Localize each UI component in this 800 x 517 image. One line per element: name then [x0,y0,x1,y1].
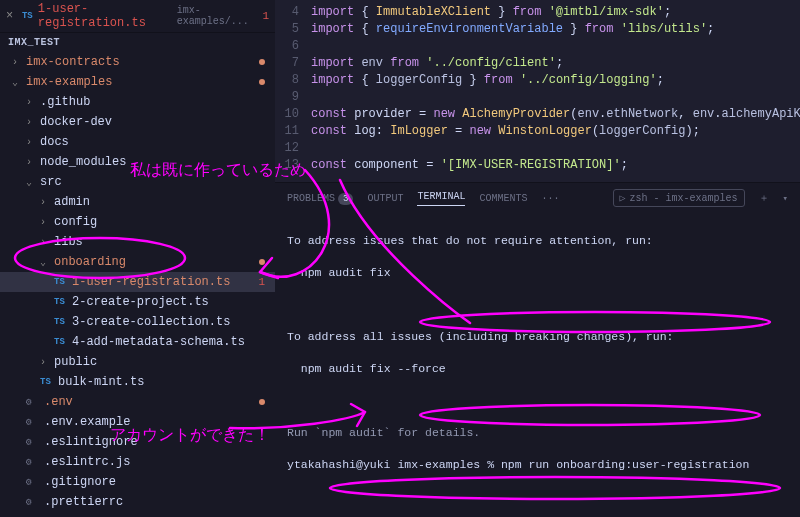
open-editor-filename: 1-user-registration.ts [38,2,173,30]
file-icon: ⚙ [26,456,40,468]
folder-public[interactable]: ›public [0,352,275,372]
ts-file-icon: TS [54,337,68,347]
file-2-create-project-ts[interactable]: TS2-create-project.ts [0,292,275,312]
file-bulk-mint-ts[interactable]: TSbulk-mint.ts [0,372,275,392]
chevron-icon: › [40,217,50,228]
tab-terminal[interactable]: TERMINAL [417,191,465,206]
modified-dot [259,59,265,65]
line-number: 13 [275,157,311,174]
code-line[interactable]: 6 [275,38,800,55]
code-line[interactable]: 5import { requireEnvironmentVariable } f… [275,21,800,38]
chevron-icon: › [40,197,50,208]
code-line[interactable]: 11const log: ImLogger = new WinstonLogge… [275,123,800,140]
code-line[interactable]: 12 [275,140,800,157]
problems-count-badge: 3 [338,193,353,205]
line-number: 9 [275,89,311,106]
folder-config[interactable]: ›config [0,212,275,232]
code-line[interactable]: 10const provider = new AlchemyProvider(e… [275,106,800,123]
line-number: 6 [275,38,311,55]
open-editors-section: × TS 1-user-registration.ts imx-examples… [0,0,275,33]
sidebar: × TS 1-user-registration.ts imx-examples… [0,0,275,517]
modified-dot [259,79,265,85]
modified-dot [259,399,265,405]
chevron-icon: ⌄ [40,256,50,268]
line-number: 5 [275,21,311,38]
folder-imx-contracts[interactable]: ›imx-contracts [0,52,275,72]
chevron-icon: › [40,357,50,368]
folder--github[interactable]: ›.github [0,92,275,112]
file--eslintrc-js[interactable]: ⚙.eslintrc.js [0,452,275,472]
ts-file-icon: TS [54,277,68,287]
open-editor-item[interactable]: × TS 1-user-registration.ts imx-examples… [0,0,275,32]
more-icon[interactable]: ··· [541,193,559,204]
file-icon: ⚙ [26,496,40,508]
line-number: 7 [275,55,311,72]
tab-comments[interactable]: COMMENTS [479,193,527,204]
chevron-icon: › [26,157,36,168]
code-editor[interactable]: 4import { ImmutableXClient } from '@imtb… [275,0,800,182]
chevron-icon: › [40,237,50,248]
ts-file-icon: TS [54,317,68,327]
close-icon[interactable]: × [6,9,18,23]
ts-file-icon: TS [22,11,34,21]
file-3-create-collection-ts[interactable]: TS3-create-collection.ts [0,312,275,332]
folder-imx-examples[interactable]: ⌄imx-examples [0,72,275,92]
chevron-icon: ⌄ [12,76,22,88]
file-1-user-registration-ts[interactable]: TS1-user-registration.ts1 [0,272,275,292]
file--eslintignore[interactable]: ⚙.eslintignore [0,432,275,452]
chevron-icon: › [26,117,36,128]
terminal-output[interactable]: To address issues that do not require at… [275,213,800,517]
error-count: 1 [258,276,271,288]
code-line[interactable]: 13const component = '[IMX-USER-REGISTRAT… [275,157,800,174]
chevron-icon: ⌄ [26,176,36,188]
ts-file-icon: TS [54,297,68,307]
folder-docker-dev[interactable]: ›docker-dev [0,112,275,132]
open-editor-error-count: 1 [262,10,269,22]
chevron-icon: › [26,137,36,148]
ts-file-icon: TS [40,377,54,387]
file-icon: ⚙ [26,476,40,488]
folder-src[interactable]: ⌄src [0,172,275,192]
file-4-add-metadata-schema-ts[interactable]: TS4-add-metadata-schema.ts [0,332,275,352]
code-line[interactable]: 8import { loggerConfig } from '../config… [275,72,800,89]
folder-libs[interactable]: ›libs [0,232,275,252]
panel-tabs: PROBLEMS3 OUTPUT TERMINAL COMMENTS ··· ▷… [275,183,800,213]
terminal-prompt-icon: ▷ [620,192,626,204]
tab-output[interactable]: OUTPUT [367,193,403,204]
line-number: 10 [275,106,311,123]
file--env[interactable]: ⚙.env [0,392,275,412]
line-number: 12 [275,140,311,157]
modified-dot [259,259,265,265]
chevron-icon: › [26,97,36,108]
file--prettierrc[interactable]: ⚙.prettierrc [0,492,275,512]
line-number: 8 [275,72,311,89]
line-number: 4 [275,4,311,21]
folder-docs[interactable]: ›docs [0,132,275,152]
folder-onboarding[interactable]: ⌄onboarding [0,252,275,272]
line-number: 11 [275,123,311,140]
terminal-shell-picker[interactable]: ▷ zsh - imx-examples [613,189,745,207]
file-tree: ›imx-contracts⌄imx-examples›.github›dock… [0,52,275,517]
code-line[interactable]: 9 [275,89,800,106]
project-header[interactable]: IMX_TEST [0,33,275,52]
folder-admin[interactable]: ›admin [0,192,275,212]
bottom-panel: PROBLEMS3 OUTPUT TERMINAL COMMENTS ··· ▷… [275,182,800,517]
file--gitignore[interactable]: ⚙.gitignore [0,472,275,492]
file-icon: ⚙ [26,396,40,408]
file-icon: ⚙ [26,436,40,448]
tab-problems[interactable]: PROBLEMS3 [287,193,353,204]
main-area: 4import { ImmutableXClient } from '@imtb… [275,0,800,517]
add-terminal-icon[interactable]: ＋ [759,191,769,205]
file-icon: ⚙ [26,416,40,428]
file--env-example[interactable]: ⚙.env.example [0,412,275,432]
chevron-icon: › [12,57,22,68]
code-line[interactable]: 4import { ImmutableXClient } from '@imtb… [275,4,800,21]
chevron-down-icon[interactable]: ▾ [783,193,788,204]
code-line[interactable]: 7import env from '../config/client'; [275,55,800,72]
open-editor-path: imx-examples/... [177,5,259,27]
folder-node-modules[interactable]: ›node_modules [0,152,275,172]
